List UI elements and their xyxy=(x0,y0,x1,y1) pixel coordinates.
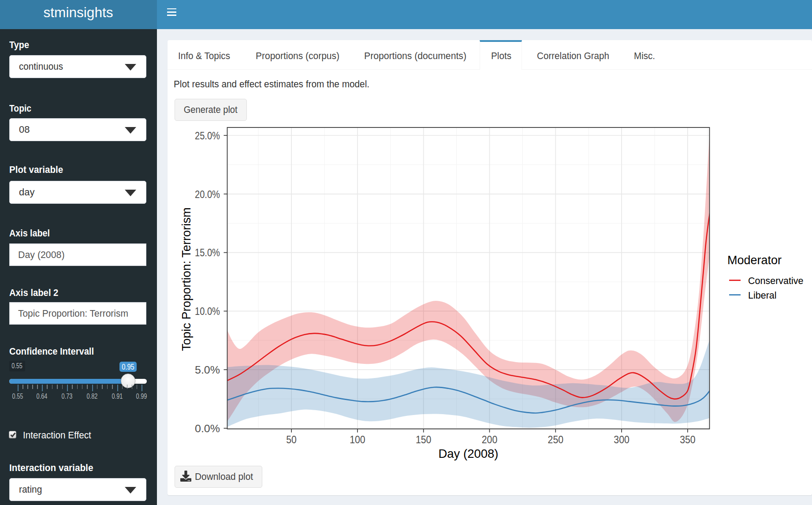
svg-text:10.0%: 10.0% xyxy=(195,305,220,317)
svg-text:Conservative: Conservative xyxy=(748,276,803,286)
svg-text:5.0%: 5.0% xyxy=(195,364,220,376)
svg-text:350: 350 xyxy=(680,434,696,445)
svg-text:15.0%: 15.0% xyxy=(195,247,220,258)
svg-text:250: 250 xyxy=(548,434,564,445)
svg-text:20.0%: 20.0% xyxy=(195,188,220,200)
svg-text:150: 150 xyxy=(416,434,432,445)
svg-text:200: 200 xyxy=(482,434,498,445)
svg-text:100: 100 xyxy=(350,434,365,445)
svg-text:Moderator: Moderator xyxy=(727,254,782,267)
svg-text:25.0%: 25.0% xyxy=(195,130,220,142)
svg-text:Day (2008): Day (2008) xyxy=(438,447,498,460)
svg-text:0.0%: 0.0% xyxy=(195,423,220,434)
svg-text:Liberal: Liberal xyxy=(748,290,777,301)
svg-text:300: 300 xyxy=(614,434,629,445)
svg-text:Topic Proportion: Terrorism: Topic Proportion: Terrorism xyxy=(179,207,193,351)
svg-text:50: 50 xyxy=(286,434,297,445)
